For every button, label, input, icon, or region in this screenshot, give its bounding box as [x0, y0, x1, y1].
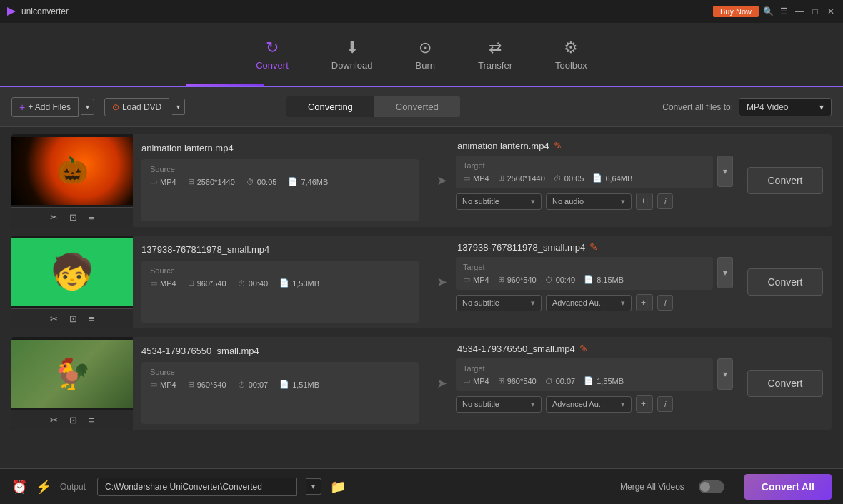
- merge-toggle[interactable]: [699, 480, 724, 493]
- source-duration-3: ⏱ 00:07: [238, 380, 269, 389]
- info-button-3[interactable]: i: [657, 396, 673, 412]
- subtitle-select-3[interactable]: No subtitle ▾: [456, 396, 542, 413]
- add-files-label: + Add Files: [28, 102, 71, 112]
- add-track-button-3[interactable]: +|: [636, 395, 653, 413]
- source-resolution-1: ⊞ 2560*1440: [188, 177, 235, 186]
- info-button-2[interactable]: i: [657, 295, 673, 311]
- arrow-2: ➤: [427, 236, 456, 328]
- edit-icon-2[interactable]: ✎: [589, 241, 598, 253]
- nav-download[interactable]: ⬇ Download: [331, 39, 373, 71]
- chicken-icon: 🐓: [54, 356, 91, 391]
- target-name-row-1: animation lantern.mp4 ✎: [456, 140, 733, 151]
- buy-now-button[interactable]: Buy Now: [713, 6, 759, 17]
- plus-icon: +: [19, 101, 25, 113]
- subtitle-arrow-1: ▾: [531, 197, 535, 206]
- settings-chevron-3[interactable]: ▾: [717, 358, 733, 390]
- scissors-icon[interactable]: ✂: [50, 212, 58, 223]
- settings-chevron-1[interactable]: ▾: [717, 156, 733, 187]
- subtitle-select-2[interactable]: No subtitle ▾: [456, 295, 542, 311]
- thumbnail-1: ✂ ⊡ ≡: [11, 134, 133, 227]
- crop-icon-3[interactable]: ⊡: [69, 415, 77, 425]
- scissors-icon-2[interactable]: ✂: [50, 313, 58, 324]
- edit-icon-3[interactable]: ✎: [579, 343, 588, 354]
- search-window-button[interactable]: 🔍: [762, 5, 774, 18]
- target-resolution-3: ⊞ 960*540: [498, 376, 537, 385]
- audio-select-1[interactable]: No audio ▾: [546, 193, 632, 210]
- add-files-button[interactable]: + + Add Files: [11, 97, 79, 117]
- add-track-button-2[interactable]: +|: [636, 294, 653, 311]
- output-path-input[interactable]: [97, 478, 297, 496]
- crop-icon[interactable]: ⊡: [69, 212, 77, 223]
- audio-select-2[interactable]: Advanced Au... ▾: [546, 295, 632, 311]
- clock-bottom-icon[interactable]: ⏰: [11, 479, 27, 495]
- open-folder-button[interactable]: 📁: [330, 479, 346, 495]
- nav-transfer-label: Transfer: [478, 60, 512, 71]
- close-button[interactable]: ✕: [824, 5, 837, 18]
- target-size-3: 📄 1,55MB: [584, 376, 624, 385]
- load-dvd-dropdown-button[interactable]: ▾: [172, 99, 185, 115]
- target-resolution-1: ⊞ 2560*1440: [498, 173, 545, 183]
- tab-converting[interactable]: Converting: [286, 96, 374, 117]
- convert-button-2[interactable]: Convert: [747, 268, 823, 296]
- transfer-nav-icon: ⇄: [489, 39, 502, 57]
- target-format-1: ▭ MP4: [463, 173, 489, 183]
- convert-nav-icon: ↻: [266, 39, 279, 57]
- clk-icon-t3: ⏱: [545, 377, 553, 385]
- audio-select-3[interactable]: Advanced Au... ▾: [546, 396, 632, 413]
- thumb-image-1: [11, 134, 133, 207]
- table-row: 🐓 ✂ ⊡ ≡ 4534-179376550_small.mp4 Source …: [11, 337, 832, 430]
- output-path-dropdown[interactable]: ▾: [306, 478, 321, 495]
- fl-icon-t2: 📄: [584, 275, 594, 284]
- merge-all-label: Merge All Videos: [620, 482, 684, 492]
- subtitle-select-1[interactable]: No subtitle ▾: [456, 193, 542, 210]
- source-format-2: ▭ MP4: [150, 278, 176, 288]
- subtitle-arrow-2: ▾: [531, 298, 535, 308]
- maximize-button[interactable]: □: [809, 5, 822, 18]
- nav-burn[interactable]: ⊙ Burn: [416, 39, 435, 71]
- target-label-1: Target: [463, 161, 706, 170]
- crop-icon-2[interactable]: ⊡: [69, 313, 77, 324]
- thumb-image-2: 🧒: [11, 236, 133, 308]
- toolbar: + + Add Files ▾ ⊙ Load DVD ▾ Converting …: [0, 87, 843, 127]
- tab-converted[interactable]: Converted: [374, 96, 460, 117]
- resolution-icon: ⊞: [188, 177, 194, 186]
- settings-icon[interactable]: ≡: [89, 212, 94, 223]
- target-duration-2: ⏱ 00:40: [545, 276, 576, 284]
- add-files-dropdown-button[interactable]: ▾: [81, 99, 94, 115]
- info-button-1[interactable]: i: [657, 193, 673, 209]
- settings-icon-2[interactable]: ≡: [89, 313, 94, 324]
- format-dropdown-arrow: ▾: [819, 102, 824, 112]
- video-icon-2: ▭: [150, 278, 157, 288]
- source-section-2: 137938-767811978_small.mp4 Source ▭ MP4 …: [133, 236, 427, 328]
- format-select[interactable]: MP4 Video ▾: [739, 98, 832, 116]
- convert-btn-section-2: Convert: [739, 236, 832, 328]
- nav-transfer[interactable]: ⇄ Transfer: [478, 39, 512, 71]
- convert-all-button[interactable]: Convert All: [744, 474, 832, 500]
- file-icon: 📄: [288, 177, 298, 186]
- edit-icon-1[interactable]: ✎: [554, 140, 562, 151]
- scissors-icon-3[interactable]: ✂: [50, 415, 58, 425]
- load-dvd-label: Load DVD: [122, 102, 161, 112]
- add-track-button-1[interactable]: +|: [636, 193, 653, 210]
- nav-convert[interactable]: ↻ Convert: [256, 39, 289, 71]
- file-icon-3: 📄: [279, 380, 289, 389]
- load-dvd-button[interactable]: ⊙ Load DVD: [104, 98, 169, 116]
- convert-button-1[interactable]: Convert: [747, 167, 823, 194]
- character-icon: 🧒: [51, 252, 94, 292]
- settings-icon-3[interactable]: ≡: [89, 415, 94, 425]
- burn-nav-icon: ⊙: [419, 39, 432, 57]
- target-filename-3: 4534-179376550_small.mp4: [457, 343, 575, 354]
- flash-bottom-icon[interactable]: ⚡: [36, 479, 51, 495]
- minimize-button[interactable]: —: [793, 5, 806, 18]
- nav-toolbox[interactable]: ⚙ Toolbox: [555, 39, 587, 71]
- menu-window-button[interactable]: ☰: [777, 5, 790, 18]
- settings-chevron-2[interactable]: ▾: [717, 257, 733, 288]
- target-settings-1: No subtitle ▾ No audio ▾ +| i: [456, 193, 713, 210]
- video-icon: ▭: [150, 177, 157, 186]
- nav-bar: ↻ Convert ⬇ Download ⊙ Burn ⇄ Transfer ⚙…: [0, 23, 843, 87]
- convert-button-3[interactable]: Convert: [747, 370, 823, 397]
- source-format-1: ▭ MP4: [150, 177, 176, 186]
- source-label-3: Source: [150, 368, 410, 376]
- target-duration-3: ⏱ 00:07: [545, 377, 576, 385]
- nav-active-indicator: [186, 84, 264, 86]
